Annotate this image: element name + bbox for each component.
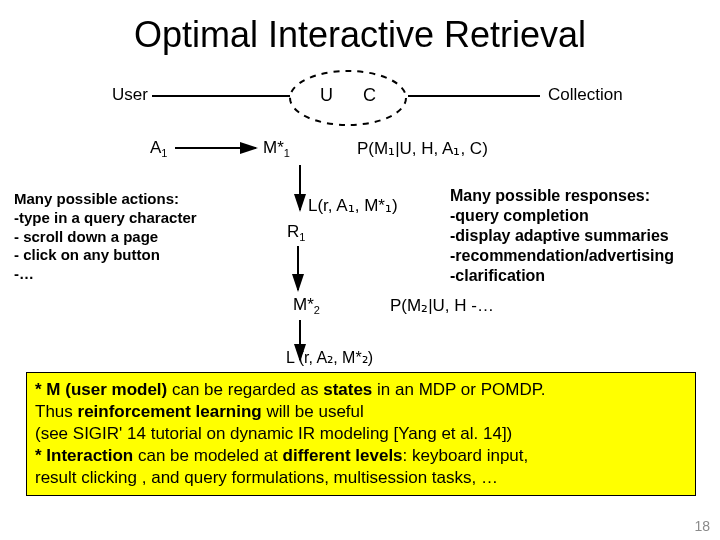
node-c: C [363, 85, 376, 106]
note-line: result clicking , and query formulations… [35, 467, 687, 489]
responses-box: Many possible responses: -query completi… [450, 186, 700, 286]
actions-item: - scroll down a page [14, 228, 219, 247]
actions-item: - click on any button [14, 246, 219, 265]
note-line: * M (user model) can be regarded as stat… [35, 379, 687, 401]
m1-label: M*1 [263, 138, 290, 159]
actions-box: Many possible actions: -type in a query … [14, 190, 219, 284]
responses-item: -query completion [450, 206, 700, 226]
a1-label: A1 [150, 138, 167, 159]
l1-label: L(r, A₁, M*₁) [308, 195, 398, 216]
note-line: (see SIGIR' 14 tutorial on dynamic IR mo… [35, 423, 687, 445]
p1-label: P(M₁|U, H, A₁, C) [357, 138, 488, 159]
slide: Optimal Interactive Retrieval User Colle… [0, 0, 720, 540]
responses-heading: Many possible responses: [450, 186, 700, 206]
responses-item: -recommendation/advertising [450, 246, 700, 266]
m2-label: M*2 [293, 295, 320, 316]
responses-item: -display adaptive summaries [450, 226, 700, 246]
responses-item: -clarification [450, 266, 700, 286]
slide-number: 18 [694, 518, 710, 534]
actions-item: -type in a query character [14, 209, 219, 228]
collection-label: Collection [548, 85, 623, 105]
note-line: * Interaction can be modeled at differen… [35, 445, 687, 467]
center-oval [290, 71, 406, 125]
node-u: U [320, 85, 333, 106]
r1-label: R1 [287, 222, 305, 243]
note-line: Thus reinforcement learning will be usef… [35, 401, 687, 423]
p2-label: P(M₂|U, H -… [390, 295, 494, 316]
actions-item: -… [14, 265, 219, 284]
user-label: User [112, 85, 148, 105]
actions-heading: Many possible actions: [14, 190, 219, 209]
l2-label: L (r, A₂, M*₂) [286, 348, 373, 367]
note-box: * M (user model) can be regarded as stat… [26, 372, 696, 496]
